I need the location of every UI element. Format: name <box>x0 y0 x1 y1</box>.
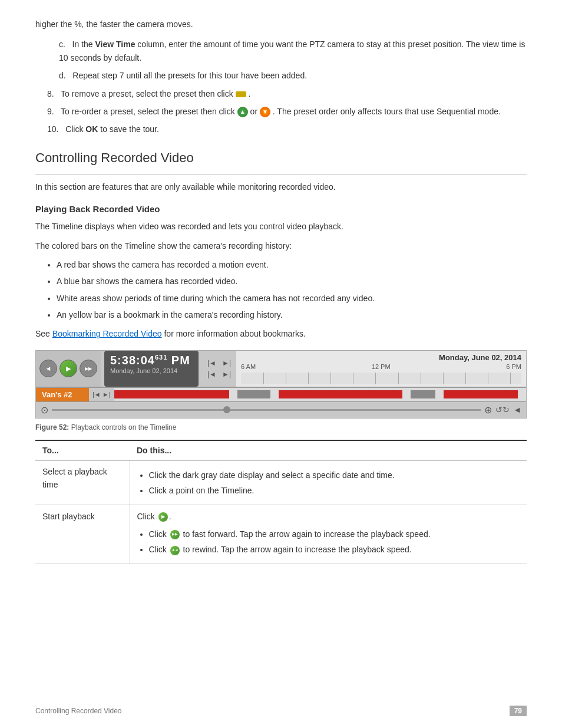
nav-prev-bottom[interactable]: |◄ <box>206 370 218 379</box>
hour-12pm: 12 PM <box>372 363 391 370</box>
page-footer: Controlling Recorded Video 79 <box>35 706 527 716</box>
item9-num: 9. <box>47 107 54 116</box>
body-text-2: The colored bars on the Timeline show th… <box>35 239 527 252</box>
figure-caption-bold: Figure 52: <box>35 423 69 431</box>
view-time-bold: View Time <box>95 39 135 49</box>
recording-bar-2 <box>237 390 270 398</box>
timeline-bar-area <box>241 373 521 384</box>
cam-nav-next[interactable]: ►| <box>103 391 111 398</box>
playback-controls <box>36 351 101 387</box>
tick-8 <box>421 373 421 384</box>
tick-11 <box>488 373 488 384</box>
recording-bar-5 <box>444 390 518 398</box>
tick-4 <box>330 373 331 384</box>
timeline-top-row: 5:38:04631 PM Monday, June 02, 2014 |◄ ►… <box>36 351 526 387</box>
see-pre: See <box>35 329 52 338</box>
figure-caption: Figure 52: Playback controls on the Time… <box>35 423 527 431</box>
calendar-date: Monday, June 02, 2014 <box>241 353 521 362</box>
nav-row-bottom: |◄ ►| <box>206 370 233 379</box>
recording-bar-4 <box>411 390 435 398</box>
bookmarking-link[interactable]: Bookmarking Recorded Video <box>52 329 162 338</box>
camera-timeline <box>114 388 527 401</box>
fast-forward-button[interactable] <box>80 360 97 377</box>
see-text: See Bookmarking Recorded Video for more … <box>35 327 527 340</box>
section-divider <box>35 174 527 174</box>
time-ampm: PM <box>171 354 190 367</box>
list-d-text: Repeat step 7 until all the presets for … <box>72 71 307 80</box>
zoom-thumb[interactable] <box>223 406 230 413</box>
page-content: higher the %, the faster the camera move… <box>35 18 527 564</box>
ok-bold: OK <box>85 124 98 134</box>
row1-details: Click the dark gray date display and sel… <box>130 460 527 505</box>
zoom-out-icon[interactable]: ⊙ <box>41 404 48 416</box>
list-item-d: d. Repeat step 7 until all the presets f… <box>59 69 527 82</box>
chevron-left-icon[interactable]: ◄ <box>513 405 521 414</box>
nav-next-top[interactable]: ►| <box>220 358 233 368</box>
row2-bullet-1: Click to fast forward. Tap the arrow aga… <box>149 528 520 541</box>
row1-bullet-2: Click a point on the Timeline. <box>149 484 520 497</box>
calendar-area: Monday, June 02, 2014 6 AM 12 PM 6 PM <box>236 351 526 387</box>
nav-prev-top[interactable]: |◄ <box>206 358 218 368</box>
see-post: for more information about bookmarks. <box>162 329 306 338</box>
tick-2 <box>286 373 286 384</box>
info-table: To... Do this... Select a playback time … <box>35 440 527 564</box>
zoom-in-icon[interactable]: ⊕ <box>484 404 492 416</box>
recording-bar-1 <box>114 390 230 398</box>
list-d-label: d. <box>59 71 66 80</box>
time-display[interactable]: 5:38:04631 PM Monday, June 02, 2014 <box>104 351 199 387</box>
cam-nav-prev[interactable]: |◄ <box>92 391 101 398</box>
col1-header: To... <box>35 440 130 460</box>
bullet-red: A red bar shows the camera has recorded … <box>57 258 527 271</box>
nav-next-bottom[interactable]: ►| <box>220 370 233 379</box>
tick-9 <box>443 373 444 384</box>
zoom-extra-icons: ↺↻ ◄ <box>495 405 521 414</box>
tick-1 <box>263 373 264 384</box>
tick-12 <box>510 373 511 384</box>
rewind-button[interactable] <box>39 360 57 377</box>
rewind-icon-inline <box>170 546 180 555</box>
row2-action: Start playback <box>35 505 130 564</box>
numbered-item-9: 9. To re-order a preset, select the pres… <box>47 105 527 118</box>
play-button[interactable] <box>59 360 77 377</box>
row1-bullet-1: Click the dark gray date display and sel… <box>149 469 520 482</box>
numbered-item-10: 10. Click OK to save the tour. <box>47 123 527 136</box>
timeline-nav-right: |◄ ►| |◄ ►| <box>202 351 236 387</box>
item9-text: To re-order a preset, select the preset … <box>61 107 235 116</box>
section-intro: In this section are features that are on… <box>35 180 527 193</box>
tick-10 <box>465 373 466 384</box>
tick-3 <box>308 373 309 384</box>
down-arrow-icon <box>260 107 270 117</box>
item9-end: . The preset order only affects tours th… <box>273 107 501 116</box>
minus-icon <box>236 91 246 97</box>
table-row: Start playback Click . Click to fast for… <box>35 505 527 564</box>
row1-bullets: Click the dark gray date display and sel… <box>149 469 520 498</box>
subsection-title: Playing Back Recorded Video <box>35 204 527 214</box>
time-main: 5:38:04631 PM <box>110 354 193 367</box>
zoom-slider[interactable] <box>52 409 481 411</box>
list-item-c: c. In the View Time column, enter the am… <box>59 38 527 64</box>
calendar-hours: 6 AM 12 PM 6 PM <box>241 363 521 370</box>
figure-caption-text: Playback controls on the Timeline <box>71 423 177 431</box>
item8-num: 8. <box>47 89 54 98</box>
bullet-blue: A blue bar shows the camera has recorded… <box>57 275 527 288</box>
loop-icon[interactable]: ↺↻ <box>495 405 510 414</box>
footer-left-text: Controlling Recorded Video <box>35 707 122 715</box>
camera-nav: |◄ ►| <box>89 391 114 398</box>
recording-bullets: A red bar shows the camera has recorded … <box>57 258 527 322</box>
recording-bar-3 <box>279 390 402 398</box>
section-title: Controlling Recorded Video <box>35 150 527 166</box>
nav-row-top: |◄ ►| <box>206 358 233 368</box>
col2-header: Do this... <box>130 440 527 460</box>
tick-5 <box>353 373 353 384</box>
fast-forward-icon-inline <box>170 530 180 539</box>
page-number: 79 <box>510 706 527 716</box>
row1-action: Select a playback time <box>35 460 130 505</box>
bullet-white: White areas show periods of time during … <box>57 292 527 305</box>
row2-bullet-2: Click to rewind. Tap the arrow again to … <box>149 543 520 556</box>
item10-num: 10. <box>47 124 58 134</box>
time-date: Monday, June 02, 2014 <box>110 367 193 374</box>
table-header-row: To... Do this... <box>35 440 527 460</box>
zoom-row: ⊙ ⊕ ↺↻ ◄ <box>36 402 526 418</box>
body-text-1: The Timeline displays when video was rec… <box>35 220 527 233</box>
table-row: Select a playback time Click the dark gr… <box>35 460 527 505</box>
